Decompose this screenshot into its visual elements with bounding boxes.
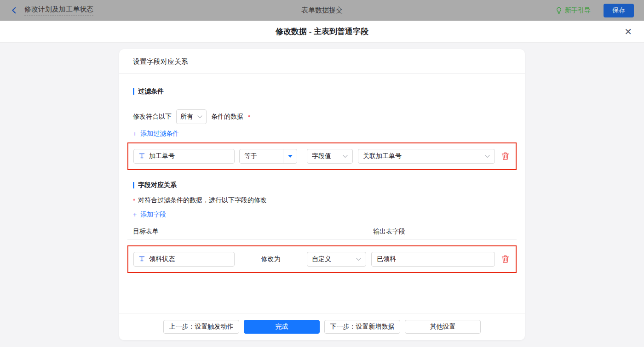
plus-icon: + xyxy=(133,130,137,137)
chevron-down-icon xyxy=(485,155,490,158)
prev-step-button[interactable]: 上一步：设置触发动作 xyxy=(163,320,239,334)
top-navigation-bar: 修改计划及加工单状态 表单数据提交 新手引导 保存 xyxy=(0,0,644,21)
target-field-picker[interactable]: 领料状态 xyxy=(133,252,235,267)
required-asterisk: * xyxy=(133,197,135,204)
modify-type-select[interactable]: 自定义 xyxy=(307,252,366,267)
save-button[interactable]: 保存 xyxy=(604,4,634,17)
other-settings-button[interactable]: 其他设置 xyxy=(405,320,481,334)
mapping-column-headers: 目标表单 输出表字段 xyxy=(133,228,511,235)
card-footer: 上一步：设置触发动作 完成 下一步：设置新增数据 其他设置 xyxy=(119,313,525,340)
settings-card: 设置字段对应关系 过滤条件 修改符合以下 所有 条件的数据 * + 添加过滤条件 xyxy=(119,49,525,340)
column-output-field: 输出表字段 xyxy=(373,228,405,236)
chevron-down-icon xyxy=(356,258,361,261)
column-divider xyxy=(127,239,517,240)
filter-section-title: 过滤条件 xyxy=(133,87,511,96)
topbar-right: 新手引导 保存 xyxy=(556,4,634,17)
modal-content-area: 设置字段对应关系 过滤条件 修改符合以下 所有 条件的数据 * + 添加过滤条件 xyxy=(0,43,644,340)
back-icon[interactable] xyxy=(10,6,18,14)
filter-field-picker[interactable]: 加工单号 xyxy=(133,149,235,164)
operator-select[interactable]: 等于 xyxy=(239,149,297,164)
column-target-form: 目标表单 xyxy=(133,228,159,235)
close-icon[interactable]: ✕ xyxy=(624,27,632,36)
add-filter-condition-link[interactable]: + 添加过滤条件 xyxy=(133,130,179,138)
match-mode-value: 所有 xyxy=(180,113,193,121)
topbar-center-title: 表单数据提交 xyxy=(0,6,644,15)
condition-value: 关联加工单号 xyxy=(363,152,402,160)
text-field-icon xyxy=(139,153,145,159)
add-filter-condition-label: 添加过滤条件 xyxy=(140,130,179,138)
filter-prefix-label: 修改符合以下 xyxy=(133,113,172,121)
workflow-title[interactable]: 修改计划及加工单状态 xyxy=(24,5,93,16)
trash-icon xyxy=(501,255,509,263)
add-field-label: 添加字段 xyxy=(140,210,166,219)
text-field-icon xyxy=(139,256,145,262)
card-body: 过滤条件 修改符合以下 所有 条件的数据 * + 添加过滤条件 xyxy=(119,74,525,313)
filter-suffix-label: 条件的数据 xyxy=(211,113,243,121)
card-header-title: 设置字段对应关系 xyxy=(119,49,525,74)
modify-type-value: 自定义 xyxy=(312,255,331,263)
value-type-value: 字段值 xyxy=(312,152,331,160)
mapping-description-text: 对符合过滤条件的数据，进行以下字段的修改 xyxy=(138,196,267,205)
mapping-row-highlight: 领料状态 修改为 自定义 xyxy=(127,245,517,273)
mapping-description: * 对符合过滤条件的数据，进行以下字段的修改 xyxy=(133,196,511,205)
trash-icon xyxy=(501,152,509,160)
next-step-button[interactable]: 下一步：设置新增数据 xyxy=(324,320,400,334)
caret-down-icon xyxy=(283,149,297,163)
modal-title: 修改数据 - 主表到普通字段 xyxy=(276,26,368,37)
delete-filter-row-button[interactable] xyxy=(501,152,509,160)
modal-header: 修改数据 - 主表到普通字段 ✕ xyxy=(0,21,644,43)
value-type-select[interactable]: 字段值 xyxy=(307,149,353,164)
filter-field-value: 加工单号 xyxy=(149,152,175,160)
chevron-down-icon xyxy=(343,155,348,158)
beginner-guide-link[interactable]: 新手引导 xyxy=(556,6,591,15)
condition-value-select[interactable]: 关联加工单号 xyxy=(358,149,495,164)
mapping-section-title: 字段对应关系 xyxy=(133,181,511,189)
done-button[interactable]: 完成 xyxy=(244,320,320,334)
delete-mapping-row-button[interactable] xyxy=(501,255,509,263)
required-asterisk: * xyxy=(248,114,250,120)
beginner-guide-label: 新手引导 xyxy=(565,6,591,15)
lightbulb-icon xyxy=(556,7,562,14)
modify-to-label: 修改为 xyxy=(235,255,307,263)
custom-value-input[interactable] xyxy=(371,252,495,267)
chevron-down-icon xyxy=(197,115,202,119)
match-mode-select[interactable]: 所有 xyxy=(176,109,207,124)
topbar-left: 修改计划及加工单状态 xyxy=(10,5,93,16)
filter-row-highlight: 加工单号 等于 字段值 关联加工单号 xyxy=(127,142,517,170)
filter-match-line: 修改符合以下 所有 条件的数据 * xyxy=(133,109,511,124)
plus-icon: + xyxy=(133,211,137,218)
target-field-value: 领料状态 xyxy=(149,255,175,263)
operator-value: 等于 xyxy=(240,149,283,163)
add-field-link[interactable]: + 添加字段 xyxy=(133,210,166,219)
